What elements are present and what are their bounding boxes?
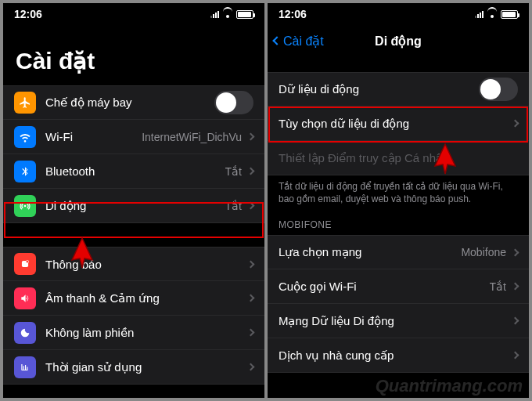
carrier-services-label: Dịch vụ nhà cung cấp [279,349,512,363]
svg-point-1 [26,260,29,263]
wifi-label: Wi-Fi [45,130,142,143]
status-bar: 12:06 [3,3,264,25]
back-label: Cài đặt [283,34,324,49]
bluetooth-label: Bluetooth [45,164,225,178]
cellular-data-network-row[interactable]: Mạng Dữ liệu Di động [268,304,529,338]
notifications-row[interactable]: Thông báo [3,247,264,281]
cellular-data-label: Dữ liệu di động [279,82,479,96]
cellular-row[interactable]: Di động Tắt [3,189,264,223]
cellular-icon [14,195,36,217]
bluetooth-icon [14,161,36,182]
screentime-row[interactable]: Thời gian sử dụng [3,350,264,385]
nav-title: Di động [375,34,422,49]
dnd-row[interactable]: Không làm phiền [3,316,264,350]
chevron-right-icon [247,133,255,141]
chevron-right-icon [247,363,255,371]
notifications-label: Thông báo [45,258,248,271]
screentime-label: Thời gian sử dụng [45,360,248,374]
chevron-right-icon [512,317,519,325]
carrier-section-header: MOBIFONE [268,205,529,235]
airplane-label: Chế độ máy bay [45,96,214,110]
carrier-services-row[interactable]: Dịch vụ nhà cung cấp [268,338,529,373]
cellular-data-network-label: Mạng Dữ liệu Di động [279,314,512,328]
page-title: Cài đặt [3,25,264,85]
chevron-right-icon [512,283,519,291]
bluetooth-value: Tắt [225,165,242,178]
chevron-right-icon [512,248,519,256]
notifications-icon [14,253,36,275]
wifi-row[interactable]: Wi-Fi InternetWiFi_DichVu [3,120,264,154]
dnd-icon [14,322,36,344]
status-icons [475,10,518,19]
status-time: 12:06 [279,8,307,20]
nav-header: Cài đặt Di động [268,25,529,56]
wifi-icon [222,10,233,18]
network-selection-label: Lựa chọn mạng [279,245,461,259]
cellular-label: Di động [45,199,225,213]
cellular-footer-text: Tắt dữ liệu di động để truyền tất cả dữ … [268,175,529,205]
airplane-mode-row[interactable]: Chế độ máy bay [3,85,264,120]
bluetooth-row[interactable]: Bluetooth Tắt [3,154,264,189]
cellular-data-options-label: Tùy chọn dữ liệu di động [279,117,512,131]
status-bar: 12:06 [268,3,529,25]
airplane-toggle[interactable] [214,91,253,114]
sounds-icon [14,287,36,309]
wifi-icon [487,10,498,18]
wifi-settings-icon [14,126,36,148]
cellular-data-options-row[interactable]: Tùy chọn dữ liệu di động [268,107,529,141]
cellular-data-row[interactable]: Dữ liệu di động [268,72,529,107]
battery-icon [501,10,518,19]
wifi-calling-row[interactable]: Cuộc gọi Wi-Fi Tắt [268,269,529,304]
network-selection-row[interactable]: Lựa chọn mạng Mobifone [268,235,529,269]
cell-signal-icon [210,10,219,18]
cellular-settings-screen: 12:06 Cài đặt Di động Dữ liệu di động Tù… [268,3,529,398]
settings-root-screen: 12:06 Cài đặt Chế độ máy bay Wi-Fi Inter… [3,3,264,398]
wifi-value: InternetWiFi_DichVu [142,131,242,143]
chevron-right-icon [247,294,255,302]
chevron-right-icon [247,202,255,210]
chevron-right-icon [512,120,519,128]
sounds-row[interactable]: Âm thanh & Cảm ứng [3,281,264,316]
battery-icon [236,10,253,19]
chevron-right-icon [247,260,255,268]
chevron-right-icon [247,168,255,175]
status-time: 12:06 [14,8,42,20]
dnd-label: Không làm phiền [45,326,248,340]
cellular-value: Tắt [225,200,242,212]
screentime-icon [14,356,36,378]
wifi-calling-value: Tắt [490,280,506,293]
personal-hotspot-row: Thiết lập Điểm truy cập Cá nhân [268,141,529,175]
chevron-right-icon [512,352,519,359]
sounds-label: Âm thanh & Cảm ứng [45,291,248,305]
status-icons [210,10,253,19]
wifi-calling-label: Cuộc gọi Wi-Fi [279,280,490,294]
cellular-data-toggle[interactable] [479,78,518,101]
cell-signal-icon [475,10,483,18]
chevron-left-icon [272,36,281,45]
network-selection-value: Mobifone [461,246,506,258]
personal-hotspot-label: Thiết lập Điểm truy cập Cá nhân [279,151,518,165]
airplane-icon [14,92,36,114]
back-button[interactable]: Cài đặt [274,25,324,56]
chevron-right-icon [247,329,255,337]
